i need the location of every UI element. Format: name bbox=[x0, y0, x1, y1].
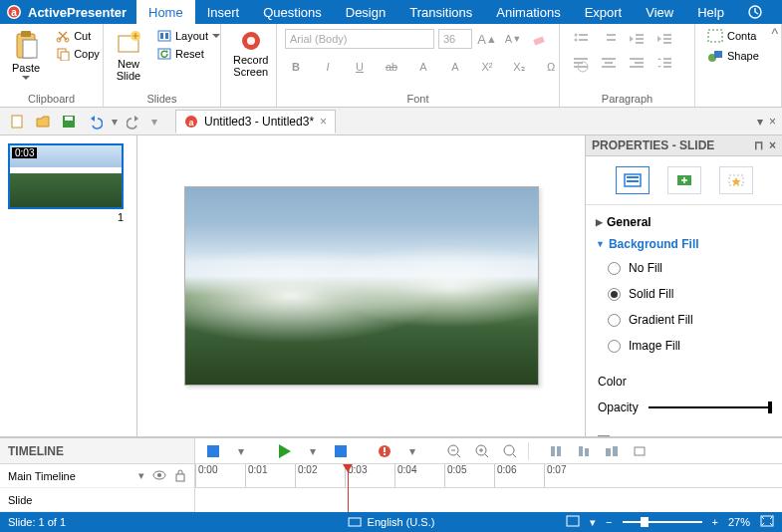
clear-format-icon[interactable] bbox=[528, 28, 550, 50]
zoom-out-button[interactable]: − bbox=[606, 516, 612, 528]
layout-button[interactable]: Layout bbox=[153, 28, 224, 44]
menu-export[interactable]: Export bbox=[573, 0, 635, 24]
fill-option-solid-fill[interactable]: Solid Fill bbox=[596, 281, 772, 307]
fill-option-image-fill[interactable]: Image Fill bbox=[596, 333, 772, 359]
strike-button[interactable]: ab bbox=[381, 56, 402, 78]
zoom-fit-button[interactable] bbox=[760, 515, 774, 529]
svg-point-75 bbox=[153, 471, 165, 479]
timeline-slide-row[interactable]: Slide bbox=[0, 488, 194, 512]
cut-button[interactable]: Cut bbox=[52, 28, 104, 44]
svg-rect-39 bbox=[605, 62, 613, 64]
timeline-play-more[interactable]: ▾ bbox=[303, 441, 323, 461]
prop-tab-slide[interactable] bbox=[616, 166, 650, 194]
slide-thumb-1[interactable]: 0:03 1 bbox=[8, 143, 124, 209]
section-background-fill[interactable]: Background Fill bbox=[596, 233, 772, 255]
menu-help[interactable]: Help bbox=[685, 0, 736, 24]
line-spacing-button[interactable] bbox=[652, 52, 677, 74]
qa-redo-more[interactable]: ▾ bbox=[149, 111, 159, 133]
qa-open[interactable] bbox=[32, 111, 54, 133]
menu-insert[interactable]: Insert bbox=[195, 0, 252, 24]
numbering-button[interactable] bbox=[596, 28, 622, 50]
timeline-zoom-fit[interactable] bbox=[500, 441, 520, 461]
menu-animations[interactable]: Animations bbox=[484, 0, 572, 24]
status-language[interactable]: English (U.S.) bbox=[368, 516, 435, 528]
slide-content[interactable] bbox=[184, 186, 539, 386]
menu-questions[interactable]: Questions bbox=[251, 0, 334, 24]
fill-option-gradient-fill[interactable]: Gradient Fill bbox=[596, 307, 772, 333]
menu-design[interactable]: Design bbox=[334, 0, 397, 24]
timeline-marker[interactable] bbox=[375, 441, 394, 461]
fill-option-no-fill[interactable]: No Fill bbox=[596, 255, 772, 281]
properties-pin[interactable]: ⊓ bbox=[754, 138, 763, 152]
qa-redo[interactable] bbox=[124, 111, 145, 133]
timeline-play[interactable] bbox=[275, 441, 295, 461]
svg-rect-50 bbox=[12, 116, 22, 128]
align-left-button[interactable] bbox=[568, 52, 594, 74]
timeline-cut[interactable] bbox=[630, 441, 650, 461]
superscript-button[interactable]: X² bbox=[476, 56, 498, 78]
timeline-align[interactable] bbox=[574, 441, 594, 461]
menu-updates[interactable] bbox=[736, 0, 774, 24]
font-color-button[interactable]: A bbox=[444, 56, 466, 78]
timeline-marker-more[interactable]: ▾ bbox=[402, 441, 422, 461]
status-fit[interactable] bbox=[566, 515, 580, 529]
timeline-track-row[interactable]: Main Timeline ▾ bbox=[0, 464, 194, 488]
timeline-stop-more[interactable]: ▾ bbox=[231, 441, 251, 461]
lock-icon[interactable] bbox=[174, 468, 186, 484]
timeline-group[interactable] bbox=[602, 441, 622, 461]
font-size-input[interactable] bbox=[438, 29, 472, 49]
align-center-button[interactable] bbox=[596, 52, 622, 74]
window-minimize[interactable] bbox=[774, 0, 782, 24]
prop-tab-size[interactable] bbox=[667, 166, 701, 194]
section-general[interactable]: General bbox=[596, 211, 772, 233]
align-right-button[interactable] bbox=[624, 52, 650, 74]
highlight-button[interactable]: A bbox=[412, 56, 434, 78]
zoom-in-button[interactable]: + bbox=[712, 516, 718, 528]
opacity-slider[interactable] bbox=[649, 406, 772, 408]
shapes-button[interactable]: Shape bbox=[703, 48, 763, 64]
underline-button[interactable]: U bbox=[349, 56, 371, 78]
subscript-button[interactable]: X₂ bbox=[508, 56, 530, 78]
bold-button[interactable]: B bbox=[285, 56, 307, 78]
copy-button[interactable]: Copy bbox=[52, 46, 104, 62]
properties-close[interactable]: × bbox=[769, 138, 776, 152]
svg-rect-55 bbox=[625, 174, 641, 186]
svg-rect-41 bbox=[630, 58, 644, 60]
panel-menu[interactable]: ▾ bbox=[757, 115, 763, 129]
menu-home[interactable]: Home bbox=[136, 0, 195, 24]
container-button[interactable]: Conta bbox=[703, 28, 760, 44]
increase-indent-button[interactable] bbox=[652, 28, 677, 50]
font-name-input[interactable] bbox=[285, 29, 434, 49]
timeline-ruler-area[interactable]: 0:000:010:020:030:040:050:060:07 bbox=[195, 464, 782, 512]
new-slide-button[interactable]: New Slide bbox=[112, 28, 145, 84]
increase-font-icon[interactable]: A▲ bbox=[476, 28, 498, 50]
symbol-button[interactable]: Ω bbox=[540, 56, 562, 78]
qa-new[interactable] bbox=[6, 111, 28, 133]
record-screen-button[interactable]: Record Screen bbox=[229, 28, 272, 80]
prop-tab-star[interactable] bbox=[719, 166, 753, 194]
bullets-button[interactable] bbox=[568, 28, 594, 50]
italic-button[interactable]: I bbox=[317, 56, 339, 78]
paste-button[interactable]: Paste bbox=[8, 28, 44, 82]
qa-save[interactable] bbox=[58, 111, 80, 133]
menu-view[interactable]: View bbox=[634, 0, 685, 24]
timeline-record[interactable] bbox=[331, 441, 351, 461]
qa-undo-more[interactable]: ▾ bbox=[110, 111, 120, 133]
qa-undo[interactable] bbox=[84, 111, 106, 133]
ribbon-collapse[interactable]: ^ bbox=[771, 26, 778, 42]
chevron-down-icon[interactable]: ▾ bbox=[138, 469, 144, 482]
slide-canvas[interactable] bbox=[137, 135, 585, 436]
panel-close[interactable]: × bbox=[769, 115, 776, 129]
timeline-zoom-out[interactable] bbox=[444, 441, 464, 461]
timeline-snap[interactable] bbox=[546, 441, 566, 461]
decrease-indent-button[interactable] bbox=[624, 28, 650, 50]
close-document-button[interactable]: × bbox=[320, 115, 327, 129]
timeline-zoom-in[interactable] bbox=[472, 441, 492, 461]
menu-transitions[interactable]: Transitions bbox=[397, 0, 484, 24]
reset-button[interactable]: Reset bbox=[153, 46, 224, 62]
zoom-slider[interactable] bbox=[623, 521, 702, 523]
eye-icon[interactable] bbox=[152, 469, 166, 483]
timeline-stop[interactable] bbox=[203, 441, 223, 461]
document-tab[interactable]: a Untitled3 - Untitled3* × bbox=[175, 110, 336, 133]
decrease-font-icon[interactable]: A▼ bbox=[502, 28, 524, 50]
